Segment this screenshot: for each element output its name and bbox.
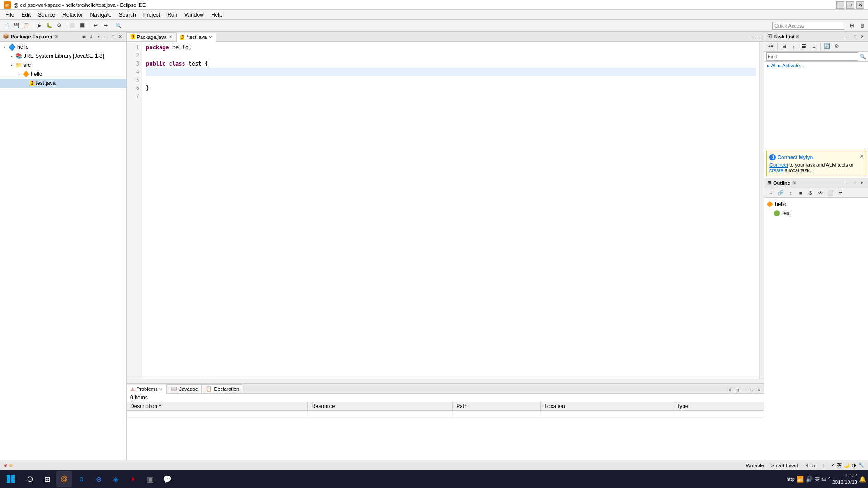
taskbar-app-7[interactable]: 💬 <box>159 471 175 487</box>
task-list-close[interactable]: ✕ <box>859 33 865 40</box>
toolbar-btn-5[interactable]: ⬜ <box>68 21 77 30</box>
tab-problems[interactable]: ⚠ Problems ⊠ <box>127 385 167 394</box>
toolbar-perspectives-btn[interactable]: ⊞ <box>847 21 856 30</box>
col-path[interactable]: Path <box>453 402 541 411</box>
outline-sort-btn[interactable]: ↕ <box>786 188 795 197</box>
tab-package-java[interactable]: J Package.java ✕ <box>127 32 176 41</box>
outline-categories[interactable]: ☰ <box>836 188 845 197</box>
quick-access-field[interactable]: Quick Access <box>772 22 844 30</box>
col-type[interactable]: Type <box>673 402 764 411</box>
task-settings-btn[interactable]: ⚙ <box>832 42 841 51</box>
task-sort-btn[interactable]: ↕ <box>789 42 798 51</box>
taskbar-app-3[interactable]: ⊕ <box>90 471 107 487</box>
toolbar-btn-2[interactable]: 💾 <box>12 21 21 30</box>
tree-item-hello-project[interactable]: ▾ 🔷 hello <box>0 42 126 52</box>
toolbar-btn-3[interactable]: 📋 <box>22 21 31 30</box>
pe-menu-btn[interactable]: ▾ <box>95 33 102 40</box>
menu-edit[interactable]: Edit <box>18 11 34 19</box>
connect-mylyn-close-btn[interactable]: ✕ <box>859 153 864 160</box>
outline-close[interactable]: ✕ <box>859 180 865 186</box>
editor-content-area[interactable]: 1 2 3 4 5 6 7 package hello; public clas… <box>127 42 764 379</box>
bottom-tab-max[interactable]: □ <box>749 387 755 393</box>
toolbar-btn-8[interactable]: ↪ <box>101 21 110 30</box>
menu-run[interactable]: Run <box>164 11 181 19</box>
pe-min-btn[interactable]: — <box>103 33 109 40</box>
tab-test-java-close[interactable]: ✕ <box>208 35 212 40</box>
editor-min-btn[interactable]: — <box>749 35 755 41</box>
menu-navigate[interactable]: Navigate <box>86 11 115 19</box>
taskbar-app-6[interactable]: ▣ <box>142 471 158 487</box>
editor-scrollbar-bottom[interactable] <box>127 379 764 383</box>
bottom-tab-min[interactable]: — <box>741 387 748 393</box>
task-find-input[interactable] <box>766 52 858 61</box>
outline-hide-local[interactable]: ⬜ <box>826 188 835 197</box>
menu-window[interactable]: Window <box>181 11 208 19</box>
toolbar-btn-7[interactable]: ↩ <box>91 21 100 30</box>
menu-project[interactable]: Project <box>140 11 164 19</box>
outline-hide-fields[interactable]: ■ <box>796 188 805 197</box>
outline-max[interactable]: □ <box>852 180 858 186</box>
taskbar-app-2[interactable]: e <box>73 471 90 487</box>
start-button[interactable] <box>2 471 20 487</box>
toolbar-btn-6[interactable]: 🔳 <box>78 21 87 30</box>
task-activate-link[interactable]: ▸ Activate... <box>778 63 804 69</box>
find-search-icon[interactable]: 🔍 <box>860 54 866 60</box>
tree-item-hello-pkg[interactable]: ▾ 🔶 hello <box>0 70 126 79</box>
toolbar-btn-4[interactable]: ⚙ <box>55 21 64 30</box>
pe-close-btn[interactable]: ✕ <box>117 33 123 40</box>
toolbar-search-btn[interactable]: 🔍 <box>114 21 123 30</box>
outline-min[interactable]: — <box>844 180 851 186</box>
toolbar-run-btn[interactable]: ▶ <box>35 21 44 30</box>
toolbar-debug-btn[interactable]: 🐛 <box>45 21 54 30</box>
task-group-btn[interactable]: ☰ <box>799 42 808 51</box>
task-collapse-btn[interactable]: ⤓ <box>809 42 818 51</box>
maximize-button[interactable]: □ <box>846 1 854 9</box>
task-new-btn[interactable]: +▾ <box>766 42 775 51</box>
create-link[interactable]: create <box>769 168 783 173</box>
menu-refactor[interactable]: Refactor <box>59 11 86 19</box>
bottom-tab-settings[interactable]: ⚙ <box>727 387 733 393</box>
tab-test-java[interactable]: J *test.java ✕ <box>176 33 217 42</box>
taskbar-app-5[interactable]: ♦ <box>125 471 141 487</box>
outline-item-test[interactable]: 🟢 test <box>766 209 866 218</box>
tab-package-java-close[interactable]: ✕ <box>169 34 172 39</box>
editor-max-btn[interactable]: □ <box>756 35 762 41</box>
connect-link[interactable]: Connect <box>769 162 788 168</box>
menu-file[interactable]: File <box>2 11 18 19</box>
tab-declaration[interactable]: 📋 Declaration <box>202 384 243 393</box>
task-list-min[interactable]: — <box>844 33 851 40</box>
bottom-tab-close[interactable]: ✕ <box>756 387 762 393</box>
toolbar-new-btn[interactable]: 📄 <box>2 21 11 30</box>
task-all-link[interactable]: ▸ All <box>767 63 777 69</box>
notification-icon[interactable]: 🔔 <box>859 476 866 483</box>
outline-collapse-all[interactable]: ⤓ <box>766 188 775 197</box>
code-editor[interactable]: package hello; public class test { } <box>142 42 760 379</box>
outline-item-hello[interactable]: 🔶 hello <box>766 200 866 209</box>
col-resource[interactable]: Resource <box>307 402 452 411</box>
outline-hide-non-public[interactable]: 👁 <box>816 188 825 197</box>
toolbar-open-perspective-btn[interactable]: 🖥 <box>857 21 866 30</box>
menu-help[interactable]: Help <box>208 11 226 19</box>
pe-max-btn[interactable]: □ <box>110 33 116 40</box>
task-list-max[interactable]: □ <box>852 33 858 40</box>
task-sync-btn[interactable]: 🔄 <box>822 42 831 51</box>
outline-link-with-editor[interactable]: 🔗 <box>776 188 785 197</box>
task-filter-btn[interactable]: ⊞ <box>779 42 788 51</box>
close-button[interactable]: ✕ <box>856 1 864 9</box>
tree-item-test-java[interactable]: ▸ J test.java <box>0 79 126 88</box>
taskbar-search[interactable]: ⊙ <box>22 471 38 487</box>
chevron-icon[interactable]: ^ <box>828 476 830 482</box>
tab-javadoc[interactable]: 📖 Javadoc <box>167 384 202 393</box>
taskbar-app-4[interactable]: ◈ <box>108 471 124 487</box>
tree-item-src[interactable]: ▾ 📁 src <box>0 61 126 70</box>
col-location[interactable]: Location <box>541 402 673 411</box>
taskbar-app-1[interactable]: @ <box>56 471 72 487</box>
editor-scrollbar-right[interactable] <box>760 42 764 379</box>
taskbar-taskview[interactable]: ⊞ <box>39 471 55 487</box>
bottom-tab-filter[interactable]: ⊞ <box>734 387 741 393</box>
menu-source[interactable]: Source <box>34 11 59 19</box>
menu-search[interactable]: Search <box>115 11 140 19</box>
pe-collapse-btn[interactable]: ⤓ <box>88 33 94 40</box>
col-description[interactable]: Description ^ <box>127 402 307 411</box>
tree-item-jre[interactable]: ▸ 📚 JRE System Library [JavaSE-1.8] <box>0 52 126 61</box>
